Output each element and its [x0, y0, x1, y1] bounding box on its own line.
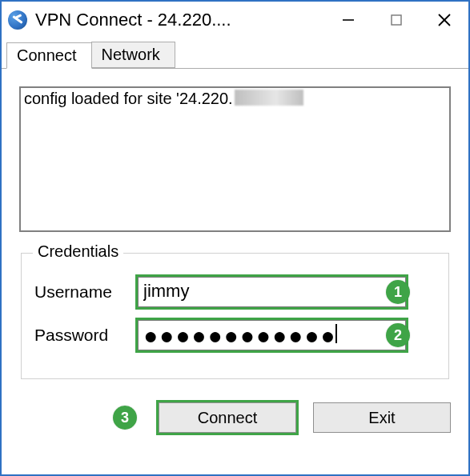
app-window: VPN Connect - 24.220.... Connect Network…	[0, 0, 470, 476]
credentials-legend: Credentials	[33, 242, 123, 261]
minimize-icon	[341, 13, 356, 27]
callout-badge-3: 3	[113, 406, 137, 430]
maximize-icon	[390, 14, 403, 26]
tab-content: config loaded for site '24.220. Credenti…	[2, 69, 468, 389]
username-input-highlight	[135, 274, 408, 310]
button-row: 3 Connect Exit	[2, 389, 468, 435]
close-icon	[437, 13, 452, 27]
titlebar[interactable]: VPN Connect - 24.220....	[2, 2, 468, 38]
close-button[interactable]	[420, 2, 468, 38]
credentials-group: Credentials Username 1 Password ●●●●●●●●…	[21, 253, 449, 379]
password-input[interactable]: ●●●●●●●●●●●●	[138, 320, 406, 350]
minimize-button[interactable]	[324, 2, 372, 38]
password-label: Password	[33, 326, 135, 345]
password-row: Password ●●●●●●●●●●●● 2	[33, 318, 408, 353]
tabstrip: Connect Network	[2, 40, 468, 69]
password-mask: ●●●●●●●●●●●●	[143, 322, 336, 349]
status-log-text: config loaded for site '24.220.	[24, 90, 233, 107]
password-input-highlight: ●●●●●●●●●●●●	[135, 318, 408, 353]
username-label: Username	[33, 282, 135, 302]
svg-rect-1	[392, 15, 401, 25]
callout-badge-1: 1	[386, 280, 410, 304]
exit-button[interactable]: Exit	[313, 402, 451, 433]
callout-badge-2: 2	[386, 323, 410, 347]
vpn-globe-icon	[8, 10, 27, 30]
tab-network[interactable]: Network	[91, 42, 175, 68]
username-row: Username 1	[33, 274, 408, 310]
status-log-line: config loaded for site '24.220.	[24, 90, 303, 107]
redacted-segment	[235, 90, 303, 106]
maximize-button[interactable]	[372, 2, 420, 38]
status-log[interactable]: config loaded for site '24.220.	[19, 86, 451, 232]
tab-connect[interactable]: Connect	[6, 42, 92, 69]
window-title: VPN Connect - 24.220....	[35, 10, 231, 30]
text-caret	[335, 324, 337, 343]
window-controls	[324, 2, 468, 38]
username-input[interactable]	[138, 277, 406, 307]
connect-button[interactable]: Connect	[159, 402, 296, 433]
connect-button-highlight: Connect	[156, 400, 299, 435]
